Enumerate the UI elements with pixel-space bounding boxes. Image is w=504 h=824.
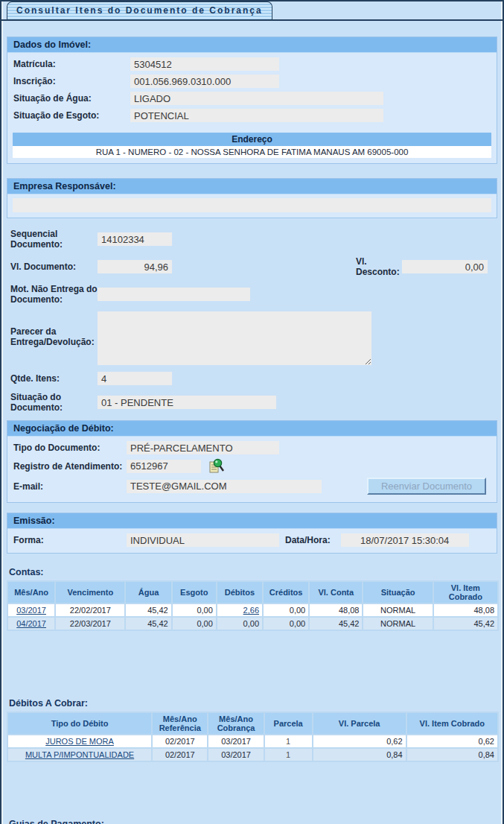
debito-parcela: 1 — [265, 749, 312, 761]
endereco-header: Endereço — [13, 133, 491, 146]
conta-situacao: NORMAL — [363, 618, 432, 630]
matricula-field: 5304512 — [130, 57, 279, 71]
conta-vencimento: 22/03/2017 — [56, 618, 124, 630]
situacao-agua-label: Situação de Água: — [13, 93, 130, 104]
debito-mes-referencia: 02/2017 — [153, 735, 207, 747]
titlebar: Consultar Itens do Documento de Cobrança — [1, 1, 503, 21]
conta-agua: 45,42 — [126, 618, 170, 630]
vl-documento-field: 94,96 — [98, 260, 172, 273]
registro-atendimento-label: Registro de Atendimento: — [13, 461, 127, 472]
sequencial-documento-label: Sequencial Documento: — [10, 229, 98, 250]
empresa-responsavel-section: Empresa Responsável: — [7, 178, 497, 218]
debitos-col-mes-cobranca: Mês/Ano Cobrança — [208, 713, 263, 734]
contas-col-mes-ano: Mês/Ano — [8, 582, 54, 603]
conta-esgoto: 0,00 — [173, 604, 216, 616]
matricula-label: Matrícula: — [13, 59, 130, 69]
consultar-itens-documento-cobranca-window: Consultar Itens do Documento de Cobrança… — [0, 0, 504, 824]
empresa-responsavel-header: Empresa Responsável: — [7, 179, 497, 194]
dados-imovel-section: Dados do Imóvel: Matrícula: 5304512 Insc… — [7, 37, 497, 164]
situacao-documento-field: 01 - PENDENTE — [98, 396, 276, 409]
empresa-responsavel-field — [13, 198, 491, 212]
contas-col-vl-item-cobrado: Vl. Item Cobrado — [434, 582, 497, 603]
forma-label: Forma: — [13, 535, 127, 545]
data-hora-field: 18/07/2017 15:30:04 — [341, 533, 469, 547]
debito-mes-cobranca: 03/2017 — [208, 735, 263, 747]
debitos-header-row: Tipo do Débito Mês/Ano Referência Mês/An… — [8, 713, 497, 734]
tipo-documento-field: PRÉ-PARCELAMENTO — [127, 441, 279, 454]
debitos-col-vl-item-cobrado: Vl. Item Cobrado — [407, 713, 497, 734]
contas-col-agua: Água — [126, 582, 170, 603]
contas-table: Mês/Ano Vencimento Água Esgoto Débitos C… — [7, 580, 499, 631]
debitos-col-tipo: Tipo do Débito — [8, 713, 151, 734]
registro-atendimento-field: 6512967 — [127, 460, 201, 473]
endereco-value: RUA 1 - NUMERO - 02 - NOSSA SENHORA DE F… — [13, 146, 491, 158]
negociacao-debito-section: Negociação de Débito: Tipo do Documento:… — [7, 420, 497, 503]
conta-debitos: 0,00 — [217, 618, 262, 630]
debito-vl-parcela: 0,62 — [313, 735, 406, 747]
conta-debitos-link[interactable]: 2,66 — [243, 606, 259, 615]
conta-situacao: NORMAL — [363, 604, 432, 616]
guias-pagamento-section: Guias de Pagamento: Tipo do Débito Emiss… — [6, 819, 498, 824]
parecer-label: Parecer da Entrega/Devolução: — [10, 311, 98, 347]
conta-creditos: 0,00 — [264, 618, 308, 630]
contas-col-esgoto: Esgoto — [173, 582, 216, 603]
qtde-itens-field: 4 — [98, 372, 172, 385]
debitos-label: Débitos A Cobrar: — [9, 698, 497, 709]
qtde-itens-label: Qtde. Itens: — [10, 373, 98, 384]
debitos-table: Tipo do Débito Mês/Ano Referência Mês/An… — [7, 712, 499, 762]
debitos-col-parcela: Parcela — [265, 713, 312, 734]
contas-col-debitos: Débitos — [217, 582, 262, 603]
forma-field: INDIVIDUAL — [127, 533, 279, 547]
contas-row-1: 03/2017 22/02/2017 45,42 0,00 2,66 0,00 … — [8, 604, 497, 616]
sequencial-documento-field: 14102334 — [98, 232, 172, 246]
contas-section: Contas: Mês/Ano Vencimento Água Esgoto D… — [6, 567, 498, 631]
debito-parcela: 1 — [265, 735, 312, 747]
situacao-agua-field: LIGADO — [130, 92, 383, 105]
conta-mes-ano-link[interactable]: 03/2017 — [16, 606, 46, 615]
conta-agua: 45,42 — [126, 604, 170, 616]
debito-vl-item-cobrado: 0,84 — [407, 749, 497, 761]
conta-vl-conta: 45,42 — [310, 618, 362, 630]
situacao-esgoto-field: POTENCIAL — [130, 109, 383, 122]
conta-vl-item-cobrado: 48,08 — [434, 604, 497, 616]
contas-col-creditos: Créditos — [264, 582, 308, 603]
conta-mes-ano-link[interactable]: 04/2017 — [16, 619, 46, 628]
situacao-esgoto-label: Situação de Esgoto: — [13, 110, 130, 121]
debito-tipo-link[interactable]: JUROS DE MORA — [45, 737, 114, 746]
debito-mes-cobranca: 03/2017 — [208, 749, 263, 761]
dados-imovel-header: Dados do Imóvel: — [7, 37, 497, 53]
parecer-textarea[interactable] — [98, 311, 371, 365]
debito-tipo-link[interactable]: MULTA P/IMPONTUALIDADE — [25, 750, 134, 759]
situacao-documento-label: Situação do Documento: — [10, 392, 98, 413]
contas-col-situacao: Situação — [363, 582, 432, 603]
conta-vencimento: 22/02/2017 — [56, 604, 124, 616]
email-label: E-mail: — [13, 481, 127, 492]
content: Dados do Imóvel: Matrícula: 5304512 Insc… — [1, 21, 503, 824]
negociacao-debito-header: Negociação de Débito: — [7, 421, 497, 437]
contas-col-vl-conta: Vl. Conta — [310, 582, 362, 603]
debitos-a-cobrar-section: Débitos A Cobrar: Tipo do Débito Mês/Ano… — [6, 698, 498, 762]
inscricao-label: Inscrição: — [13, 76, 130, 86]
debito-vl-parcela: 0,84 — [313, 749, 406, 761]
debitos-row-1: JUROS DE MORA 02/2017 03/2017 1 0,62 0,6… — [8, 735, 497, 747]
vl-desconto-label: Vl. Desconto: — [356, 256, 402, 277]
tipo-documento-label: Tipo do Documento: — [13, 443, 127, 453]
contas-label: Contas: — [9, 567, 497, 577]
debitos-col-mes-referencia: Mês/Ano Referência — [153, 713, 207, 734]
page-title: Consultar Itens do Documento de Cobrança — [7, 1, 272, 19]
reenviar-documento-button[interactable]: Reenviar Documento — [367, 478, 486, 495]
data-hora-label: Data/Hora: — [285, 535, 331, 545]
inscricao-field: 001.056.969.0310.000 — [130, 75, 279, 88]
debito-vl-item-cobrado: 0,62 — [407, 735, 497, 747]
guias-label: Guias de Pagamento: — [9, 819, 497, 824]
page-title-text: Consultar Itens do Documento de Cobrança — [16, 5, 263, 16]
search-document-icon[interactable] — [208, 458, 225, 474]
vl-documento-label: Vl. Documento: — [10, 262, 98, 272]
contas-row-2: 04/2017 22/03/2017 45,42 0,00 0,00 0,00 … — [8, 618, 497, 630]
contas-col-vencimento: Vencimento — [56, 582, 124, 603]
vl-desconto-field: 0,00 — [402, 260, 488, 273]
documento-fields-block: Sequencial Documento: 14102334 Vl. Docum… — [6, 218, 498, 413]
conta-esgoto: 0,00 — [173, 618, 216, 630]
debitos-row-2: MULTA P/IMPONTUALIDADE 02/2017 03/2017 1… — [8, 749, 497, 761]
contas-header-row: Mês/Ano Vencimento Água Esgoto Débitos C… — [8, 582, 497, 603]
